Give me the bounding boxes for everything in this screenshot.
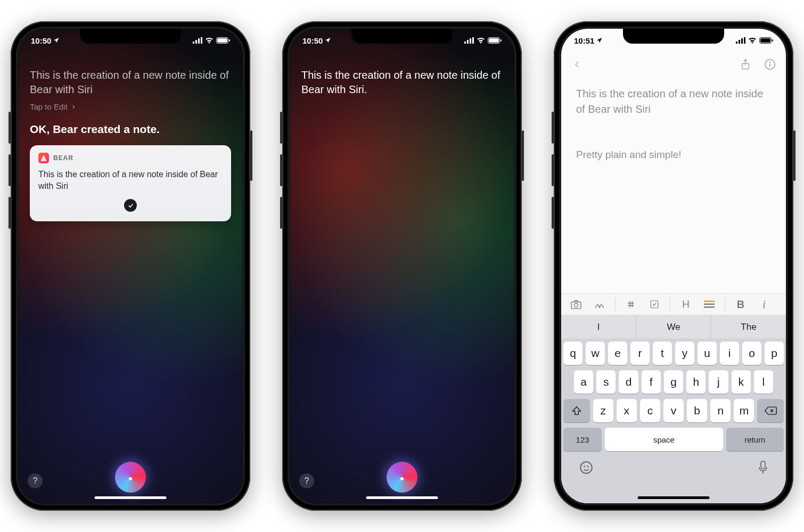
note-title[interactable]: This is the creation of a new note insid…	[576, 86, 771, 117]
key-g[interactable]: g	[664, 370, 683, 394]
key-x[interactable]: x	[617, 399, 637, 422]
svg-point-32	[588, 466, 588, 467]
battery-icon	[759, 37, 773, 44]
key-t[interactable]: t	[653, 342, 672, 365]
svg-rect-33	[761, 461, 765, 469]
bear-card-body: This is the creation of a new note insid…	[38, 169, 223, 192]
key-m[interactable]: m	[734, 399, 754, 422]
siri-result-screen: 10:50 This is the creation of a new note…	[18, 29, 243, 503]
svg-rect-10	[472, 37, 474, 44]
svg-rect-14	[736, 41, 737, 44]
svg-point-25	[574, 303, 578, 307]
svg-rect-26	[651, 301, 658, 308]
checklist-button[interactable]	[645, 295, 664, 314]
formatting-toolbar: H B i	[561, 293, 786, 315]
location-icon	[596, 37, 603, 44]
key-u[interactable]: u	[698, 342, 717, 365]
svg-rect-13	[501, 39, 502, 41]
home-indicator[interactable]	[638, 496, 710, 499]
share-button[interactable]	[739, 58, 752, 71]
key-v[interactable]: v	[663, 399, 684, 422]
svg-rect-2	[198, 38, 200, 44]
key-o[interactable]: o	[742, 342, 761, 365]
keyboard: q w e r t y u i o p a s d f g h j k l	[561, 338, 786, 503]
clock-text: 10:51	[574, 36, 594, 45]
cellular-icon	[736, 37, 745, 44]
cellular-icon	[193, 37, 202, 44]
bear-editor-screen: 10:51	[561, 29, 786, 503]
info-button[interactable]	[764, 58, 776, 71]
key-l[interactable]: l	[754, 370, 773, 394]
key-i[interactable]: i	[720, 342, 739, 365]
siri-listening-screen: 10:50 This is the creation of a new note…	[290, 29, 514, 503]
home-indicator[interactable]	[95, 496, 167, 499]
svg-rect-9	[470, 38, 471, 44]
siri-user-utterance[interactable]: This is the creation of a new note insid…	[30, 68, 231, 97]
svg-rect-8	[467, 40, 469, 44]
numeric-key[interactable]: 123	[563, 428, 602, 451]
key-k[interactable]: k	[732, 370, 751, 394]
bear-app-icon	[38, 153, 49, 163]
key-a[interactable]: a	[574, 370, 593, 394]
svg-rect-28	[704, 304, 715, 305]
svg-point-23	[769, 62, 770, 63]
note-body-text[interactable]: Pretty plain and simple!	[576, 149, 771, 161]
chevron-right-icon	[71, 104, 76, 110]
wifi-icon	[477, 37, 485, 44]
siri-orb-icon[interactable]	[115, 462, 146, 493]
dictation-button[interactable]	[758, 461, 768, 475]
key-r[interactable]: r	[630, 342, 650, 365]
key-f[interactable]: f	[642, 370, 661, 394]
home-indicator[interactable]	[366, 496, 438, 499]
bear-note-card[interactable]: BEAR This is the creation of a new note …	[30, 145, 231, 221]
checkmark-icon	[124, 199, 137, 212]
clock-text: 10:50	[31, 36, 51, 45]
suggestion-1[interactable]: I	[561, 315, 636, 338]
key-e[interactable]: e	[608, 342, 627, 365]
svg-rect-27	[704, 301, 715, 302]
clock-text: 10:50	[302, 36, 323, 45]
emoji-button[interactable]	[579, 461, 593, 475]
italic-button[interactable]: i	[754, 295, 774, 314]
key-h[interactable]: h	[686, 370, 705, 394]
svg-rect-29	[704, 306, 715, 308]
svg-rect-6	[229, 39, 230, 41]
tag-button[interactable]	[621, 295, 641, 314]
key-y[interactable]: y	[675, 342, 694, 365]
key-d[interactable]: d	[619, 370, 638, 394]
key-q[interactable]: q	[563, 342, 583, 365]
camera-button[interactable]	[567, 295, 586, 314]
bear-app-name: BEAR	[53, 154, 73, 162]
bold-button[interactable]: B	[731, 295, 750, 314]
battery-icon	[488, 37, 502, 44]
suggestion-2[interactable]: We	[636, 315, 711, 338]
key-c[interactable]: c	[640, 399, 660, 422]
svg-rect-1	[195, 40, 197, 44]
key-p[interactable]: p	[765, 342, 784, 365]
key-j[interactable]: j	[709, 370, 728, 394]
back-button[interactable]	[571, 58, 584, 71]
svg-rect-5	[217, 38, 227, 43]
heading-button[interactable]: H	[676, 295, 695, 314]
space-key[interactable]: space	[605, 428, 723, 451]
wifi-icon	[205, 37, 214, 44]
suggestion-3[interactable]: The	[711, 315, 786, 338]
shift-key[interactable]	[563, 399, 590, 422]
siri-user-utterance[interactable]: This is the creation of a new note insid…	[301, 68, 503, 97]
backspace-key[interactable]	[757, 399, 784, 422]
siri-orb-icon[interactable]	[387, 462, 417, 493]
return-key[interactable]: return	[726, 428, 784, 451]
svg-rect-15	[739, 40, 740, 44]
sketch-button[interactable]	[590, 295, 609, 314]
line-style-button[interactable]	[700, 295, 719, 314]
key-b[interactable]: b	[687, 399, 707, 422]
svg-rect-17	[744, 37, 745, 44]
note-editor[interactable]: This is the creation of a new note insid…	[561, 86, 786, 161]
tap-to-edit-button[interactable]: Tap to Edit	[30, 102, 231, 111]
key-w[interactable]: w	[586, 342, 605, 365]
key-z[interactable]: z	[593, 399, 613, 422]
svg-rect-20	[772, 39, 773, 41]
key-n[interactable]: n	[710, 399, 731, 422]
key-s[interactable]: s	[596, 370, 616, 394]
wifi-icon	[748, 37, 757, 44]
